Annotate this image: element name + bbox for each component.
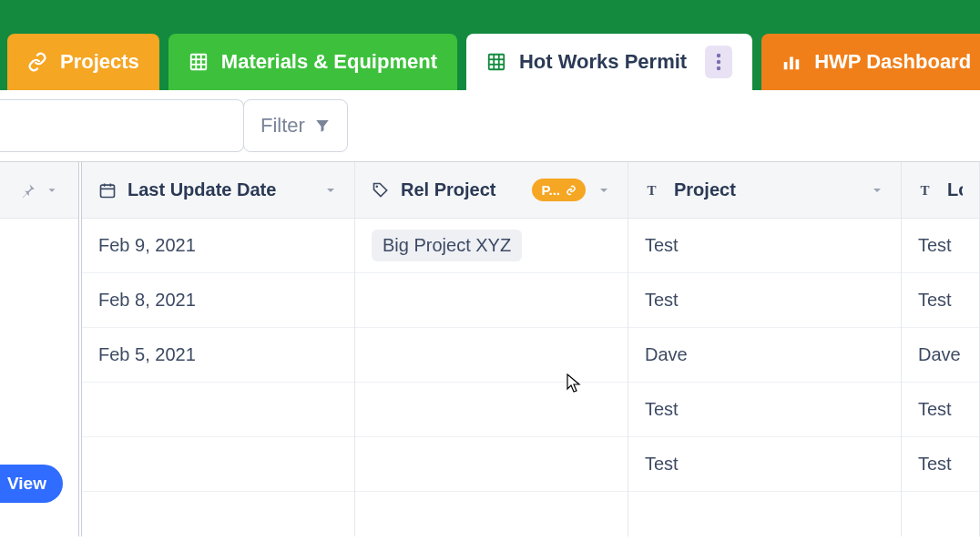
table-cell[interactable]: Test [628, 383, 901, 437]
svg-rect-0 [191, 55, 207, 70]
pin-column-header[interactable] [0, 162, 78, 219]
chart-icon [781, 52, 801, 72]
svg-rect-13 [784, 62, 788, 69]
table-cell[interactable] [355, 383, 628, 437]
column-title: Rel Project [401, 179, 521, 200]
tab-hwp-dashboard[interactable]: HWP Dashboard [761, 34, 980, 90]
top-banner [0, 0, 980, 34]
view-label: View [7, 474, 46, 493]
cell-value: Feb 8, 2021 [98, 290, 196, 311]
tab-label: HWP Dashboard [814, 50, 971, 74]
cell-value: Test [645, 399, 679, 420]
tab-row: Projects Materials & Equipment Hot Works… [0, 34, 980, 90]
text-icon: T [918, 181, 936, 199]
svg-text:T: T [921, 183, 930, 198]
table-cell[interactable] [82, 437, 354, 492]
table-cell[interactable]: Feb 5, 2021 [82, 328, 354, 383]
table-cell[interactable]: Dave [628, 328, 901, 383]
grid-icon [486, 52, 506, 72]
table-cell[interactable]: Big Project XYZ [355, 219, 628, 273]
cell-value: Test [918, 454, 952, 475]
svg-rect-16 [101, 185, 115, 197]
cell-value: Dave [918, 344, 961, 365]
svg-point-20 [376, 185, 379, 188]
funnel-icon [314, 118, 331, 134]
tab-label: Hot Works Permit [519, 50, 687, 74]
tab-materials[interactable]: Materials & Equipment [168, 34, 457, 90]
cell-value: Test [645, 235, 679, 256]
column-header[interactable]: Rel Project P... [355, 162, 628, 219]
column-project: T Project Test Test Dave Test Test [628, 162, 902, 537]
link-icon [27, 52, 47, 72]
tab-label: Projects [60, 50, 139, 74]
relation-pill[interactable]: P... [532, 179, 586, 201]
cell-value: Feb 9, 2021 [98, 235, 196, 256]
pin-icon [20, 182, 36, 199]
column-last-update-date: Last Update Date Feb 9, 2021 Feb 8, 2021… [82, 162, 355, 537]
table-cell[interactable]: Test [628, 219, 901, 273]
svg-rect-5 [489, 55, 505, 70]
tab-label: Materials & Equipment [221, 50, 437, 74]
tab-projects[interactable]: Projects [7, 34, 159, 90]
table-cell[interactable]: Test [902, 437, 979, 492]
column-title: Loc [947, 179, 963, 200]
data-table: Last Update Date Feb 9, 2021 Feb 8, 2021… [0, 161, 980, 537]
column-rel-project: Rel Project P... Big Project XYZ [355, 162, 628, 537]
column-header[interactable]: T Loc [902, 162, 979, 219]
chevron-down-icon [870, 183, 884, 198]
cell-value: Test [645, 454, 679, 475]
table-cell[interactable]: Feb 9, 2021 [82, 219, 354, 273]
cell-value: Test [645, 290, 679, 311]
column-location: T Loc Test Test Dave Test Test [902, 162, 980, 537]
filter-label: Filter [260, 114, 305, 138]
svg-text:T: T [648, 183, 657, 198]
cell-value: Feb 5, 2021 [98, 344, 196, 365]
cell-value: Dave [645, 344, 688, 365]
chevron-down-icon [323, 183, 338, 198]
calendar-icon [98, 181, 117, 199]
chevron-down-icon [597, 183, 611, 198]
tab-more-button[interactable] [705, 46, 732, 78]
cell-value: Test [918, 399, 952, 420]
svg-point-10 [717, 54, 720, 57]
tag-icon [372, 181, 390, 199]
cell-value: Test [918, 290, 952, 311]
table-cell[interactable]: Dave [902, 328, 979, 383]
table-cell[interactable] [82, 383, 354, 437]
svg-rect-14 [790, 57, 793, 70]
column-title: Last Update Date [128, 179, 312, 200]
table-cell[interactable] [355, 328, 628, 383]
relation-tag[interactable]: Big Project XYZ [372, 230, 522, 261]
tab-hot-works-permit[interactable]: Hot Works Permit [466, 34, 752, 90]
table-cell[interactable]: Test [902, 219, 979, 273]
filter-button[interactable]: Filter [243, 99, 348, 152]
table-cell[interactable]: Feb 8, 2021 [82, 273, 354, 328]
search-input[interactable] [0, 99, 244, 152]
table-cell[interactable]: Test [902, 273, 979, 328]
column-title: Project [674, 179, 859, 200]
table-cell[interactable]: Test [902, 383, 979, 437]
table-cell[interactable]: Test [628, 273, 901, 328]
pill-label: P... [541, 182, 560, 198]
chevron-down-icon [46, 184, 58, 197]
column-header[interactable]: T Project [628, 162, 901, 219]
toolbar: Filter [0, 90, 980, 161]
table-cell[interactable]: Test [628, 437, 901, 492]
table-cell[interactable] [355, 273, 628, 328]
link-icon [566, 185, 577, 196]
table-cell[interactable] [355, 437, 628, 492]
svg-point-11 [717, 60, 720, 64]
view-button[interactable]: View [0, 465, 63, 503]
cell-value: Test [918, 235, 952, 256]
grid-icon [189, 52, 209, 72]
dots-vertical-icon [716, 52, 721, 72]
text-icon: T [645, 181, 663, 199]
svg-point-12 [717, 66, 720, 70]
svg-rect-15 [796, 59, 800, 69]
column-header[interactable]: Last Update Date [82, 162, 354, 219]
